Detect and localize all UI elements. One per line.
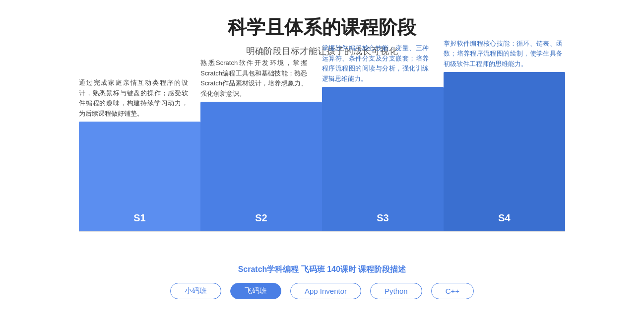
bar-s3: 掌握软件编程核心技能：变量、三种运算符、条件分支及分支嵌套；培养程序流程图的阅读… — [322, 87, 444, 231]
bar-s2-block: S2 — [200, 102, 322, 231]
tab-appinventor[interactable]: App Inventor — [290, 283, 361, 299]
bars-container: 通过完成家庭亲情互动类程序的设计，熟悉鼠标与键盘的操作；感受软件编程的趣味，构建… — [79, 72, 565, 231]
tab-feima[interactable]: 飞码班 — [230, 283, 281, 299]
tab-cpp[interactable]: C++ — [431, 283, 474, 299]
bar-s1-block: S1 — [79, 122, 200, 231]
tab-python[interactable]: Python — [370, 283, 422, 299]
bar-s1: 通过完成家庭亲情互动类程序的设计，熟悉鼠标与键盘的操作；感受软件编程的趣味，构建… — [79, 122, 200, 231]
tab-section: Scratch学科编程 飞码班 140课时 课程阶段描述 小码班 飞码班 App… — [170, 264, 474, 299]
chart-area: 通过完成家庭亲情互动类程序的设计，熟悉鼠标与键盘的操作；感受软件编程的趣味，构建… — [79, 72, 565, 251]
bar-s3-block: S3 — [322, 87, 444, 231]
tabs-row: 小码班 飞码班 App Inventor Python C++ — [170, 283, 474, 299]
tab-section-label: Scratch学科编程 飞码班 140课时 课程阶段描述 — [170, 264, 474, 275]
bar-s2: 熟悉Scratch软件开发环境，掌握Scratch编程工具包和基础技能；熟悉Sc… — [200, 102, 322, 231]
bar-s2-desc: 熟悉Scratch软件开发环境，掌握Scratch编程工具包和基础技能；熟悉Sc… — [200, 58, 307, 99]
bar-s4: 掌握软件编程核心技能：循环、链表、函数；培养程序流程图的绘制，使学生具备初级软件… — [444, 72, 565, 231]
bar-s4-desc: 掌握软件编程核心技能：循环、链表、函数；培养程序流程图的绘制，使学生具备初级软件… — [444, 39, 563, 69]
bar-s2-label: S2 — [255, 212, 267, 224]
bar-s4-block: S4 — [444, 72, 565, 231]
bar-s3-label: S3 — [377, 212, 388, 224]
bar-s4-label: S4 — [498, 212, 510, 224]
tab-xiaoma[interactable]: 小码班 — [170, 283, 221, 299]
bar-s1-desc: 通过完成家庭亲情互动类程序的设计，熟悉鼠标与键盘的操作；感受软件编程的趣味，构建… — [79, 78, 188, 119]
chart-baseline — [79, 231, 565, 232]
main-title: 科学且体系的课程阶段 — [228, 15, 416, 40]
bar-s3-desc: 掌握软件编程核心技能：变量、三种运算符、条件分支及分支嵌套；培养程序流程图的阅读… — [322, 43, 429, 84]
page-wrapper: 科学且体系的课程阶段 明确阶段目标才能让孩子的成长可视化 通过完成家庭亲情互动类… — [0, 0, 644, 329]
bar-s1-label: S1 — [133, 212, 145, 224]
